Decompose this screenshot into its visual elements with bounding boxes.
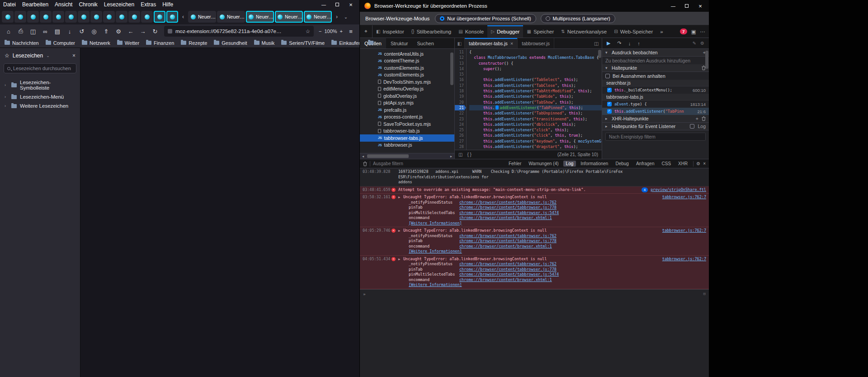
line-number[interactable]: 22 (455, 110, 466, 116)
line-number[interactable]: 12 (455, 55, 466, 60)
breakpoints-header[interactable]: ▾ Haltepunkte (602, 64, 709, 72)
close-button[interactable]: × (344, 0, 358, 9)
source-file[interactable]: globalOverlay.js (360, 92, 454, 100)
browser-tab[interactable] (116, 11, 127, 23)
menu-extras[interactable]: Extras (137, 0, 159, 9)
panel-scrollbar-thumb[interactable] (705, 51, 708, 69)
source-file[interactable]: JScontentAreaUtils.js (360, 50, 454, 57)
browser-tab[interactable] (128, 11, 140, 23)
menu-chronik[interactable]: Chronik (75, 0, 100, 9)
tree-horizontal-scrollbar[interactable]: ◂ ▸ (360, 153, 454, 159)
watch-expressions-header[interactable]: ▾ Ausdruck beobachten + (602, 49, 709, 57)
app-menu-button[interactable]: ≡ (345, 26, 357, 37)
page-content[interactable] (80, 48, 359, 377)
downloads-icon[interactable]: ↓ (64, 26, 75, 37)
tool-tab-stilbearbeitung[interactable]: {}Stilbearbeitung (408, 25, 455, 38)
step-over-button[interactable]: ↷ (617, 40, 621, 46)
sidebar-toggle-icon[interactable]: ◫ (27, 26, 39, 37)
bookmark-item[interactable]: Gesundheit (214, 40, 247, 46)
twisty-icon[interactable]: › (5, 95, 8, 99)
url-bar[interactable]: moz-extension://06725e82-211a-4e0d-a07e…… (164, 26, 314, 37)
frame-source-link[interactable]: chrome://browser/content/tabbrowser.js:7… (459, 200, 557, 205)
zoom-level[interactable]: 100% (324, 29, 337, 34)
line-number[interactable]: 13 (455, 61, 466, 66)
event-type-filter-input[interactable]: Nach Ereignistyp filtern (605, 133, 706, 141)
browser-tab[interactable] (14, 11, 26, 23)
settings-icon[interactable]: ⚙ (113, 26, 124, 37)
frame-source-link[interactable]: chrome://browser/content/tabbrowser.js:5… (459, 210, 559, 216)
filter-button-log[interactable]: Log (563, 161, 576, 167)
mode-option[interactable]: Nur übergeordneter Prozess (Schnell) (435, 14, 536, 23)
column-breakpoint-marker[interactable] (495, 105, 499, 110)
bookmark-item[interactable]: Netzwerk (82, 40, 110, 46)
hscroll-thumb[interactable] (367, 154, 409, 158)
reload-button[interactable]: ↻ (149, 26, 161, 37)
editor-gutter[interactable]: 111213141516171819202122232425262728 (455, 49, 467, 150)
source-file[interactable]: SaveToPocket.sys.mjs (360, 120, 454, 128)
zoom-in-button[interactable]: + (340, 29, 343, 34)
frame-source-link[interactable]: chrome://browser/content/tabbrowser.js:7… (459, 234, 557, 239)
bookmark-item[interactable]: Nachrichten (5, 40, 39, 46)
source-file[interactable]: pktApi.sys.mjs (360, 100, 454, 107)
scroll-tabs-left-button[interactable]: ‹ (179, 14, 187, 20)
line-number[interactable]: 26 (455, 133, 466, 138)
more-tools-button[interactable]: » (656, 25, 666, 38)
source-tab[interactable]: tabbrowser-tabs.js× (465, 38, 518, 48)
browser-tab[interactable] (65, 11, 77, 23)
close-tab-icon[interactable]: × (510, 41, 513, 46)
frame-source-link[interactable]: chrome://browser/content/tabbrowser.js:5… (459, 272, 559, 277)
minimize-button[interactable]: — (666, 0, 680, 12)
breakpoint-item[interactable]: aEvent.type) {1813:14 (602, 100, 709, 108)
browser-tab-multiselected[interactable] (154, 11, 165, 23)
line-number[interactable]: 17 (455, 83, 466, 88)
bookmark-item[interactable]: Rezepte (181, 40, 207, 46)
breakpoint-checkbox[interactable] (607, 102, 612, 106)
browser-tab[interactable]: Neuer… (217, 11, 245, 23)
sidebar-item[interactable]: ›Lesezeichen-Menü (0, 92, 80, 101)
filter-button-css[interactable]: CSS (659, 161, 674, 167)
filter-button-anfragen[interactable]: Anfragen (633, 161, 657, 167)
menu-bearbeiten[interactable]: Bearbeiten (19, 0, 52, 9)
all-tabs-button[interactable]: ⌄ (342, 14, 350, 19)
filter-button-debug[interactable]: Debug (613, 161, 631, 167)
sidebar-item[interactable]: ›Lesezeichen-Symbolleiste (0, 78, 80, 92)
pause-exceptions-checkbox[interactable] (605, 74, 610, 78)
breakpoint-checkbox[interactable] (607, 88, 612, 92)
error-count-badge[interactable]: 7 (680, 29, 687, 34)
filter-button-warnungen[interactable]: Warnungen (4) (526, 161, 561, 167)
browser-tab[interactable] (78, 11, 90, 23)
expand-arrow-icon[interactable]: ▶ (398, 257, 403, 288)
line-number[interactable]: 25 (455, 127, 466, 133)
browser-tab-multiselected[interactable]: Neuer… (304, 11, 332, 23)
frame-source-link[interactable]: chrome://browser/content/tabbrowser.js:7… (459, 262, 557, 267)
console-editor-toggle-icon[interactable]: ⊡ (703, 291, 706, 296)
source-file[interactable]: JStabbrowser-tabs.js (360, 134, 454, 142)
expand-arrow-icon[interactable]: ▶ (398, 228, 403, 254)
remove-xhr-trash-icon[interactable] (702, 116, 706, 121)
collapse-panes-button[interactable]: ◫ (591, 38, 602, 48)
bookmarks-search-input[interactable]: Lesezeichen durchsuchen (4, 63, 76, 73)
mode-option[interactable]: Multiprozess (Langsamer) (541, 14, 615, 23)
twisty-icon[interactable]: › (5, 83, 8, 87)
console-input[interactable]: » ⊡ (360, 289, 709, 377)
back-button[interactable]: ← (125, 26, 137, 37)
pretty-print-icon[interactable]: { } (467, 152, 471, 157)
settings-gear-icon[interactable]: ⚙ (700, 41, 704, 46)
breakpoint-item[interactable]: this._buildContextMenu();600:10 (602, 86, 709, 94)
screenshot-icon[interactable]: ◎ (88, 26, 100, 37)
line-number[interactable]: 16 (455, 77, 466, 82)
bookmark-item[interactable]: Einkaufen (331, 40, 361, 46)
sidebar-switcher-caret-icon[interactable]: ⌄ (46, 53, 50, 58)
scroll-right-arrow[interactable]: ▸ (448, 154, 454, 158)
event-breakpoints-header[interactable]: ▸ Haltepunkte für Event Listener Log (602, 123, 709, 130)
toolbox-meatball-menu[interactable]: ⋯ (700, 29, 706, 35)
line-number[interactable]: 28 (455, 144, 466, 149)
event-log-checkbox[interactable] (690, 124, 694, 129)
home-icon[interactable]: ⌂ (3, 26, 14, 37)
share-icon[interactable]: ⇑ (100, 26, 112, 37)
bookmark-item[interactable]: Musik (254, 40, 275, 46)
forward-button[interactable]: → (137, 26, 149, 37)
breakpoint-item[interactable]: this.addEventListener("TabPinn21:6 (602, 108, 709, 115)
sidebar-close-button[interactable]: × (72, 52, 75, 59)
browser-tab[interactable] (52, 11, 64, 23)
